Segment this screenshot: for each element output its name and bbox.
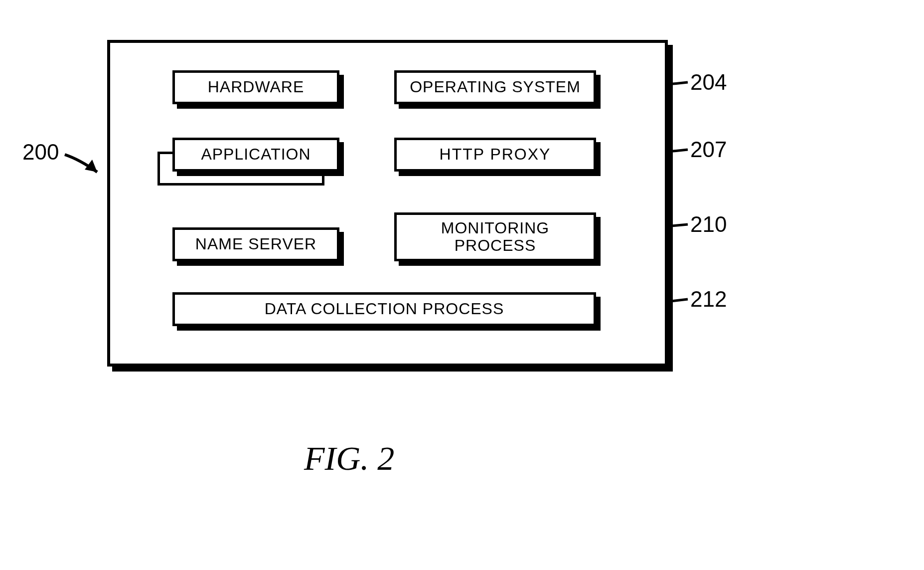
- system-container: HARDWARE OPERATING SYSTEM APPLICATION HT…: [107, 40, 668, 367]
- data-collection-process-label: DATA COLLECTION PROCESS: [265, 300, 504, 318]
- figure-caption: FIG. 2: [304, 439, 394, 478]
- hardware-label: HARDWARE: [208, 78, 304, 96]
- monitoring-process-box: MONITORING PROCESS: [394, 212, 596, 261]
- application-label: APPLICATION: [201, 146, 310, 163]
- operating-system-box: OPERATING SYSTEM: [394, 70, 596, 104]
- data-collection-process-box: DATA COLLECTION PROCESS: [172, 292, 596, 326]
- ref-data-collection: 212: [690, 287, 727, 312]
- http-proxy-box: HTTP PROXY: [394, 138, 596, 172]
- http-proxy-label: HTTP PROXY: [440, 146, 551, 163]
- ref-operating-system: 204: [690, 70, 727, 95]
- application-box: APPLICATION: [172, 138, 339, 172]
- hardware-box: HARDWARE: [172, 70, 339, 104]
- ref-http-proxy: 207: [690, 137, 727, 162]
- ref-monitoring: 210: [690, 212, 727, 237]
- ref-container: 200: [22, 140, 59, 165]
- operating-system-label: OPERATING SYSTEM: [410, 78, 581, 96]
- name-server-label: NAME SERVER: [195, 235, 316, 253]
- name-server-box: NAME SERVER: [172, 227, 339, 261]
- svg-marker-0: [85, 160, 97, 172]
- monitoring-process-label: MONITORING PROCESS: [402, 219, 589, 254]
